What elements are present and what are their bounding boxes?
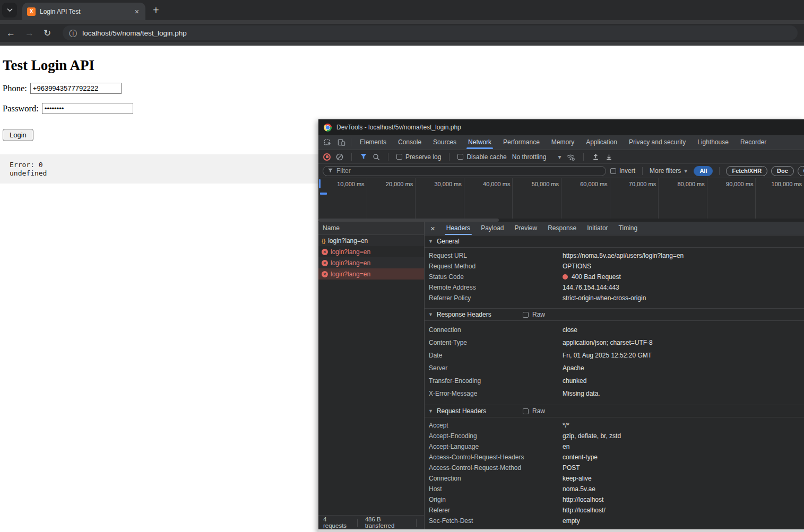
requests-panel: Name {}login?lang=en×login?lang=en×login… bbox=[318, 222, 425, 529]
chevron-down-icon bbox=[7, 8, 13, 12]
details-tab-preview[interactable]: Preview bbox=[509, 222, 543, 235]
filter-input[interactable]: Filter bbox=[323, 166, 606, 176]
details-tab-initiator[interactable]: Initiator bbox=[582, 222, 613, 235]
divider bbox=[351, 138, 351, 146]
devtools-tab-application[interactable]: Application bbox=[580, 135, 623, 150]
network-request-row[interactable]: {}login?lang=en bbox=[318, 235, 424, 246]
request-list: {}login?lang=en×login?lang=en×login?lang… bbox=[318, 235, 424, 529]
filter-pill-fetch-xhr[interactable]: Fetch/XHR bbox=[726, 166, 767, 176]
divider bbox=[357, 519, 358, 527]
reload-icon[interactable]: ↻ bbox=[44, 29, 51, 38]
details-tab-response[interactable]: Response bbox=[542, 222, 582, 235]
devtools-tab-memory[interactable]: Memory bbox=[546, 135, 580, 150]
network-request-row[interactable]: ×login?lang=en bbox=[318, 246, 424, 257]
devtools-window: DevTools - localhost/5v/noma/test_login.… bbox=[318, 119, 804, 532]
header-row: Hostnoma.5v.ae bbox=[425, 484, 804, 494]
preserve-log-checkbox[interactable] bbox=[396, 154, 402, 160]
error-icon: × bbox=[322, 260, 328, 266]
network-request-row[interactable]: ×login?lang=en bbox=[318, 268, 424, 280]
filter-funnel-icon[interactable] bbox=[360, 153, 367, 160]
divider bbox=[449, 153, 449, 161]
network-toolbar: Preserve log Disable cache No throttling… bbox=[318, 150, 804, 164]
divider bbox=[388, 153, 388, 161]
details-tab-timing[interactable]: Timing bbox=[613, 222, 643, 235]
devtools-tab-sources[interactable]: Sources bbox=[427, 135, 462, 150]
tab-search-button[interactable] bbox=[2, 3, 17, 18]
login-button[interactable]: Login bbox=[3, 129, 33, 141]
header-name: Transfer-Encoding bbox=[429, 377, 563, 385]
browser-tab[interactable]: X Login API Test × bbox=[22, 3, 145, 20]
devtools-tab-privacy-and-security[interactable]: Privacy and security bbox=[623, 135, 691, 150]
filter-pill-doc[interactable]: Doc bbox=[771, 166, 794, 176]
device-toolbar-icon[interactable] bbox=[334, 136, 348, 149]
header-value: Fri, 01 Aug 2025 12:52:20 GMT bbox=[563, 352, 804, 359]
network-summary-bar: 4 requests 486 B transferred bbox=[318, 515, 424, 529]
devtools-tab-elements[interactable]: Elements bbox=[354, 135, 392, 150]
name-column-header[interactable]: Name bbox=[318, 222, 424, 235]
timeline-tick: 70,000 ms bbox=[609, 181, 656, 187]
devtools-tab-recorder[interactable]: Recorder bbox=[734, 135, 772, 150]
more-filters-button[interactable]: More filters ▾ bbox=[650, 167, 687, 175]
tab-title: Login API Test bbox=[40, 8, 129, 15]
section-header: ▼Request HeadersRaw bbox=[425, 405, 804, 417]
chevron-down-icon: ▾ bbox=[684, 167, 687, 175]
request-name: login?lang=en bbox=[331, 259, 370, 267]
header-value: noma.5v.ae bbox=[563, 485, 804, 493]
raw-checkbox[interactable] bbox=[523, 312, 529, 318]
phone-label: Phone: bbox=[3, 83, 27, 94]
disclosure-triangle-icon[interactable]: ▼ bbox=[428, 312, 433, 317]
devtools-tab-lighthouse[interactable]: Lighthouse bbox=[691, 135, 734, 150]
disable-cache-checkbox[interactable] bbox=[457, 154, 463, 160]
forward-icon[interactable]: → bbox=[25, 29, 34, 38]
network-request-row[interactable]: ×login?lang=en bbox=[318, 257, 424, 268]
phone-input[interactable] bbox=[30, 83, 122, 94]
devtools-tab-console[interactable]: Console bbox=[392, 135, 427, 150]
raw-label: Raw bbox=[532, 407, 545, 415]
devtools-tab-performance[interactable]: Performance bbox=[497, 135, 546, 150]
header-value: https://noma.5v.ae/api/users/login?lang=… bbox=[563, 252, 804, 259]
export-har-icon[interactable] bbox=[605, 153, 613, 161]
network-overview-timeline[interactable]: 10,000 ms20,000 ms30,000 ms40,000 ms50,0… bbox=[318, 178, 804, 219]
filter-pill-all[interactable]: All bbox=[694, 166, 713, 176]
new-tab-button[interactable]: + bbox=[153, 5, 159, 15]
section-body: ConnectioncloseContent-Typeapplication/j… bbox=[425, 321, 804, 405]
import-har-icon[interactable] bbox=[592, 153, 600, 161]
header-row: Accept-Encodinggzip, deflate, br, zstd bbox=[425, 431, 804, 441]
header-row: Transfer-Encodingchunked bbox=[425, 374, 804, 387]
header-name: Connection bbox=[429, 326, 563, 334]
address-bar[interactable]: ⓘ localhost/5v/noma/test_login.php bbox=[63, 25, 798, 40]
site-info-icon[interactable]: ⓘ bbox=[69, 29, 77, 37]
password-input[interactable] bbox=[42, 103, 133, 114]
header-value: 144.76.154.144:443 bbox=[563, 284, 804, 291]
devtools-tab-network[interactable]: Network bbox=[462, 135, 497, 150]
details-tabs: HeadersPayloadPreviewResponseInitiatorTi… bbox=[441, 222, 643, 235]
invert-checkbox[interactable] bbox=[610, 168, 616, 174]
filter-pill-css[interactable]: CSS bbox=[798, 166, 804, 176]
tab-close-icon[interactable]: × bbox=[133, 7, 141, 16]
disclosure-triangle-icon[interactable]: ▼ bbox=[428, 408, 433, 414]
timeline-tick: 50,000 ms bbox=[512, 181, 559, 187]
inspect-icon[interactable] bbox=[321, 136, 334, 149]
back-icon[interactable]: ← bbox=[6, 29, 15, 38]
network-conditions-icon[interactable] bbox=[566, 153, 575, 161]
header-name: Access-Control-Request-Headers bbox=[429, 453, 563, 461]
devtools-titlebar[interactable]: DevTools - localhost/5v/noma/test_login.… bbox=[318, 119, 804, 135]
details-tab-payload[interactable]: Payload bbox=[476, 222, 509, 235]
header-row: Content-Typeapplication/json; charset=UT… bbox=[425, 336, 804, 349]
header-row: Request MethodOPTIONS bbox=[425, 261, 804, 272]
details-tab-headers[interactable]: Headers bbox=[441, 222, 476, 235]
clear-icon[interactable] bbox=[336, 153, 343, 161]
search-icon[interactable] bbox=[373, 153, 380, 161]
header-value: chunked bbox=[563, 377, 804, 385]
header-name: Sec-Fetch-Dest bbox=[429, 517, 563, 525]
close-details-icon[interactable]: × bbox=[425, 224, 441, 233]
raw-checkbox[interactable] bbox=[523, 408, 529, 414]
timeline-tick: 60,000 ms bbox=[561, 181, 608, 187]
request-name: login?lang=en bbox=[328, 237, 368, 245]
header-value: gzip, deflate, br, zstd bbox=[563, 432, 804, 440]
disclosure-triangle-icon[interactable]: ▼ bbox=[428, 239, 433, 244]
record-icon[interactable] bbox=[323, 153, 331, 161]
header-row: ServerApache bbox=[425, 362, 804, 374]
timeline-tick: 40,000 ms bbox=[463, 181, 510, 187]
throttling-select[interactable]: No throttling ▾ bbox=[512, 153, 561, 161]
